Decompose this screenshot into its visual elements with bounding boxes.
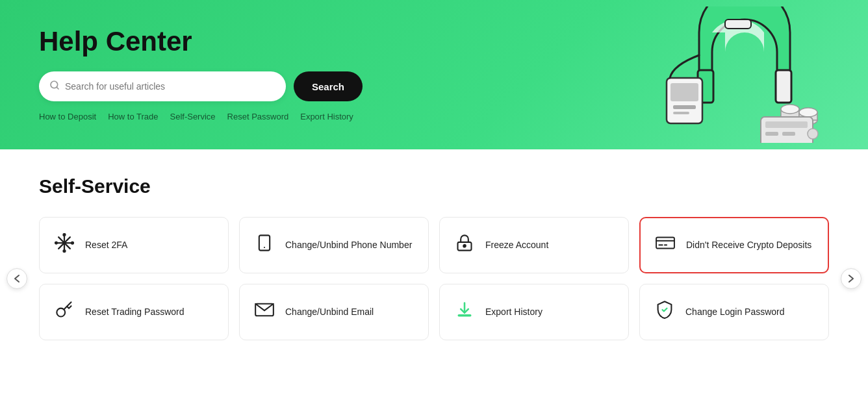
- card-freeze-account-label: Freeze Account: [485, 239, 548, 252]
- svg-rect-15: [761, 117, 813, 143]
- quick-link-reset-password[interactable]: Reset Password: [227, 112, 289, 121]
- card-reset-2fa[interactable]: Reset 2FA: [39, 217, 229, 273]
- prev-arrow[interactable]: [6, 268, 27, 289]
- phone-icon: [253, 234, 276, 257]
- card-reset-trading-password-label: Reset Trading Password: [85, 306, 185, 319]
- cards-row-2: Reset Trading Password Change/Unbind Ema…: [39, 284, 829, 340]
- card-change-login-password[interactable]: Change Login Password: [639, 284, 829, 340]
- card-change-login-password-label: Change Login Password: [685, 306, 785, 319]
- quick-link-deposit[interactable]: How to Deposit: [39, 112, 96, 121]
- card-freeze-account[interactable]: Freeze Account: [439, 217, 629, 273]
- svg-point-11: [781, 105, 799, 114]
- card-icon: [654, 234, 677, 257]
- cards-row-1: Reset 2FA Change/Unbind Phone Number: [39, 217, 829, 273]
- svg-point-24: [64, 234, 66, 236]
- download-icon: [453, 301, 476, 323]
- card-reset-2fa-label: Reset 2FA: [85, 239, 127, 252]
- svg-point-27: [71, 242, 73, 244]
- svg-rect-38: [458, 314, 472, 317]
- lock-icon: [453, 234, 476, 257]
- hero-section: Help Center Search How to Deposit How to…: [0, 0, 868, 149]
- card-export-history-label: Export History: [485, 306, 542, 319]
- svg-rect-7: [673, 105, 696, 109]
- quick-link-trade[interactable]: How to Trade: [108, 112, 158, 121]
- email-icon: [253, 301, 276, 323]
- search-input[interactable]: [65, 81, 275, 92]
- svg-rect-8: [673, 112, 689, 114]
- quick-link-export-history[interactable]: Export History: [300, 112, 353, 121]
- svg-rect-3: [776, 70, 791, 103]
- svg-rect-16: [765, 121, 808, 128]
- card-export-history[interactable]: Export History: [439, 284, 629, 340]
- search-wrapper: [39, 71, 286, 101]
- card-change-email[interactable]: Change/Unbind Email: [239, 284, 429, 340]
- svg-rect-4: [725, 19, 751, 29]
- svg-point-14: [799, 108, 817, 117]
- card-reset-trading-password[interactable]: Reset Trading Password: [39, 284, 229, 340]
- svg-point-31: [463, 245, 466, 247]
- search-icon: [49, 80, 60, 93]
- svg-rect-6: [670, 83, 698, 101]
- hero-illustration: [621, 6, 842, 143]
- svg-rect-28: [259, 235, 270, 250]
- svg-point-25: [64, 250, 66, 252]
- card-change-phone[interactable]: Change/Unbind Phone Number: [239, 217, 429, 273]
- card-crypto-deposits[interactable]: Didn't Receive Crypto Deposits: [639, 217, 829, 273]
- section-title: Self-Service: [39, 175, 829, 197]
- next-arrow[interactable]: [841, 268, 862, 289]
- cards-container: Reset 2FA Change/Unbind Phone Number: [39, 217, 829, 340]
- svg-line-1: [57, 87, 58, 89]
- svg-rect-17: [765, 132, 778, 136]
- main-content: Self-Service Reset 2FA: [0, 149, 868, 366]
- svg-point-26: [55, 242, 57, 244]
- shield-icon: [653, 300, 676, 324]
- svg-rect-18: [782, 132, 795, 136]
- quick-link-self-service[interactable]: Self-Service: [170, 112, 215, 121]
- card-change-phone-label: Change/Unbind Phone Number: [285, 239, 412, 252]
- svg-rect-32: [656, 237, 674, 248]
- card-change-email-label: Change/Unbind Email: [285, 306, 374, 319]
- card-crypto-deposits-label: Didn't Receive Crypto Deposits: [686, 239, 811, 252]
- search-button[interactable]: Search: [294, 71, 363, 101]
- snowflake-icon: [53, 233, 76, 257]
- svg-point-19: [808, 129, 818, 139]
- key-icon: [53, 301, 76, 323]
